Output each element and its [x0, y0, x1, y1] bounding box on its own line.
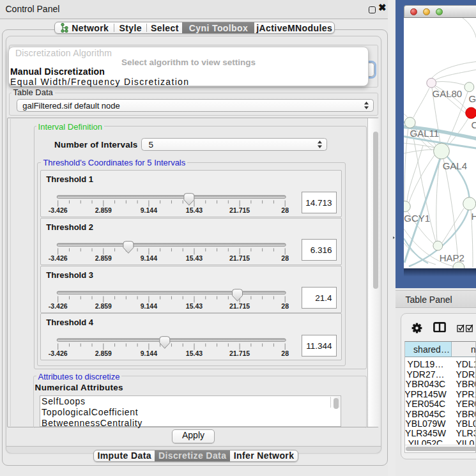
svg-text:15.43: 15.43	[186, 206, 203, 214]
svg-text:21.715: 21.715	[229, 206, 250, 214]
svg-text:-3.426: -3.426	[49, 302, 68, 310]
svg-text:GAL80: GAL80	[432, 88, 462, 99]
svg-text:GAL4: GAL4	[442, 160, 466, 171]
svg-text:GAL11: GAL11	[410, 128, 439, 139]
svg-text:2.859: 2.859	[95, 302, 111, 310]
svg-text:9.144: 9.144	[141, 302, 157, 310]
svg-text:15.43: 15.43	[186, 302, 203, 310]
svg-text:21.715: 21.715	[229, 349, 250, 357]
svg-text:28: 28	[281, 302, 289, 310]
svg-text:2.859: 2.859	[95, 254, 111, 262]
svg-text:H: H	[471, 210, 476, 221]
svg-text:-3.426: -3.426	[49, 254, 68, 262]
svg-text:GCY1: GCY1	[404, 212, 430, 223]
svg-text:21.715: 21.715	[229, 302, 250, 310]
svg-text:21.715: 21.715	[229, 254, 250, 262]
svg-text:9.144: 9.144	[141, 254, 157, 262]
svg-text:28: 28	[281, 349, 289, 357]
svg-text:GAL: GAL	[468, 93, 476, 104]
svg-text:15.43: 15.43	[186, 254, 203, 262]
svg-text:15.43: 15.43	[186, 349, 203, 357]
svg-text:9.144: 9.144	[141, 206, 157, 214]
svg-text:9.144: 9.144	[141, 349, 157, 357]
svg-text:2.859: 2.859	[95, 206, 111, 214]
svg-text:28: 28	[281, 254, 289, 262]
svg-text:-3.426: -3.426	[49, 349, 68, 357]
svg-text:28: 28	[281, 206, 289, 214]
svg-text:HAP2: HAP2	[439, 252, 464, 263]
svg-text:C: C	[471, 119, 476, 130]
svg-text:2.859: 2.859	[95, 349, 111, 357]
svg-text:-3.426: -3.426	[49, 206, 68, 214]
